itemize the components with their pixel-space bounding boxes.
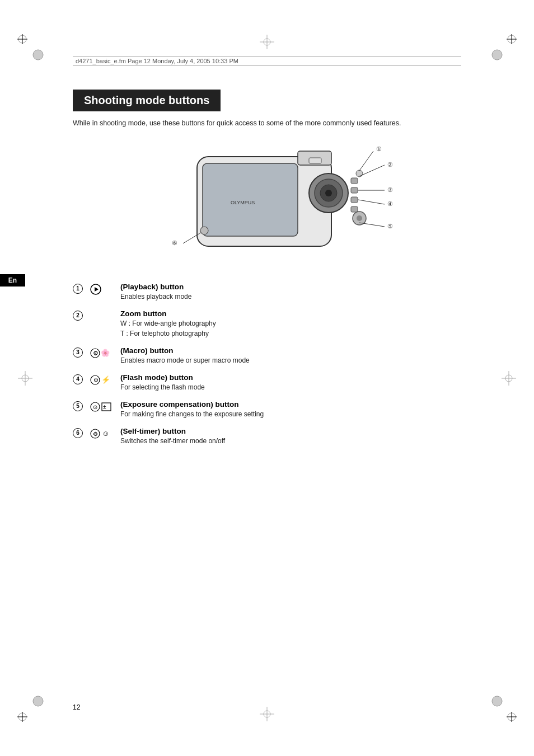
button-icon-2 <box>90 309 120 319</box>
button-desc-2: Zoom button W : For wide-angle photograp… <box>120 309 478 339</box>
camera-svg: OLYMPUS ① ② ③ ④ ⑤ ⑥ <box>152 140 399 269</box>
mid-mark-top <box>259 34 275 50</box>
svg-point-3 <box>33 50 43 60</box>
svg-text:③: ③ <box>387 186 393 193</box>
svg-text:☺: ☺ <box>102 429 109 438</box>
svg-text:±: ± <box>103 404 106 410</box>
corner-mark-tl <box>17 34 45 62</box>
button-number-3: 3 <box>73 346 90 358</box>
button-item-5: 5 ⊙ ± (Exposure compensation) button For… <box>73 400 478 419</box>
svg-text:⑤: ⑤ <box>387 223 393 229</box>
button-item-1: 1 (Playback) button Enables playback mod… <box>73 283 478 302</box>
button-number-1: 1 <box>73 283 90 294</box>
button-icon-3: ⚙ 🌸 <box>90 346 120 361</box>
mid-mark-bottom <box>259 706 275 722</box>
file-info-bar: d4271_basic_e.fm Page 12 Monday, July 4,… <box>73 56 461 66</box>
svg-line-46 <box>359 165 385 176</box>
svg-point-42 <box>356 170 363 177</box>
svg-text:OLYMPUS: OLYMPUS <box>231 200 255 205</box>
svg-rect-37 <box>351 187 358 193</box>
svg-text:⑥: ⑥ <box>172 240 177 246</box>
button-item-3: 3 ⚙ 🌸 (Macro) button Enables macro mode … <box>73 346 478 365</box>
button-icon-4: ⚙ ⚡ <box>90 373 120 388</box>
button-desc-1: (Playback) button Enables playback mode <box>120 283 478 302</box>
svg-point-15 <box>492 696 502 706</box>
svg-line-50 <box>358 200 385 204</box>
svg-text:⚡: ⚡ <box>101 375 111 384</box>
svg-rect-39 <box>351 206 358 212</box>
svg-rect-36 <box>351 178 358 184</box>
button-number-2: 2 <box>73 309 90 321</box>
button-number-5: 5 <box>73 400 90 411</box>
svg-text:⚙: ⚙ <box>93 350 99 356</box>
svg-text:⊙: ⊙ <box>93 404 97 410</box>
corner-mark-br <box>489 694 517 722</box>
svg-point-34 <box>325 190 332 196</box>
button-item-6: 6 ⚙ ☺ (Self-timer) button Switches the s… <box>73 427 478 446</box>
svg-text:⚙: ⚙ <box>93 377 99 383</box>
button-desc-5: (Exposure compensation) button For makin… <box>120 400 478 419</box>
svg-text:🌸: 🌸 <box>101 348 110 358</box>
svg-line-52 <box>359 223 385 227</box>
main-content: Shooting mode buttons While in shooting … <box>73 67 478 454</box>
mid-mark-left <box>17 370 34 387</box>
section-title: Shooting mode buttons <box>73 90 221 111</box>
svg-line-44 <box>359 151 373 171</box>
svg-point-56 <box>200 227 208 234</box>
button-number-4: 4 <box>73 373 90 384</box>
buttons-list: 1 (Playback) button Enables playback mod… <box>73 283 478 446</box>
button-icon-1 <box>90 283 120 297</box>
button-desc-6: (Self-timer) button Switches the self-ti… <box>120 427 478 446</box>
svg-rect-35 <box>309 158 321 163</box>
svg-point-41 <box>357 215 362 221</box>
language-tab: En <box>0 274 25 287</box>
svg-text:④: ④ <box>387 200 393 207</box>
svg-text:⚙: ⚙ <box>93 431 98 437</box>
corner-mark-bl <box>17 694 45 722</box>
corner-mark-tr <box>489 34 517 62</box>
button-item-4: 4 ⚙ ⚡ (Flash mode) button For selecting … <box>73 373 478 392</box>
button-icon-6: ⚙ ☺ <box>90 427 120 442</box>
camera-diagram: OLYMPUS ① ② ③ ④ ⑤ ⑥ <box>73 140 478 269</box>
button-item-2: 2 Zoom button W : For wide-angle photogr… <box>73 309 478 339</box>
svg-marker-58 <box>95 287 99 292</box>
intro-text: While in shooting mode, use these button… <box>73 118 431 129</box>
svg-text:①: ① <box>376 145 382 152</box>
button-desc-4: (Flash mode) button For selecting the fl… <box>120 373 478 392</box>
svg-rect-38 <box>351 197 358 203</box>
svg-point-11 <box>33 696 43 706</box>
svg-text:②: ② <box>387 161 393 168</box>
file-info-text: d4271_basic_e.fm Page 12 Monday, July 4,… <box>76 58 238 64</box>
page-number: 12 <box>73 703 80 711</box>
button-number-6: 6 <box>73 427 90 438</box>
button-icon-5: ⊙ ± <box>90 400 120 415</box>
mid-mark-right <box>500 370 517 387</box>
svg-point-7 <box>492 50 502 60</box>
button-desc-3: (Macro) button Enables macro mode or sup… <box>120 346 478 365</box>
